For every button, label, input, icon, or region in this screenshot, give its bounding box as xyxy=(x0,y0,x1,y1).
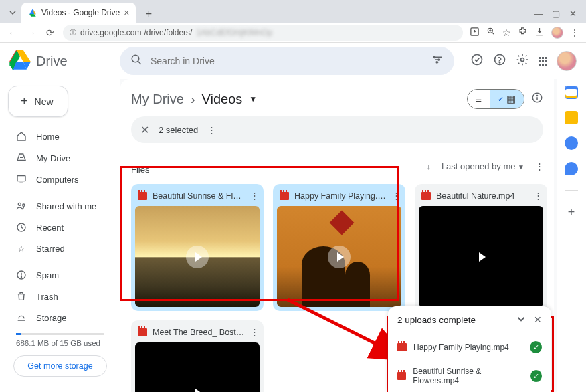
grid-view-button[interactable]: ✓ ▦ xyxy=(490,90,524,108)
sidebar-item-my-drive[interactable]: My Drive xyxy=(8,148,112,168)
bookmark-icon[interactable]: ☆ xyxy=(502,27,511,38)
search-icon xyxy=(130,54,142,68)
storage-icon xyxy=(16,312,27,323)
minimize-icon[interactable]: — xyxy=(534,9,543,19)
sidebar-item-trash[interactable]: Trash xyxy=(8,286,112,306)
tab-dropdown-icon[interactable] xyxy=(7,7,19,19)
window-controls: — ▢ ✕ xyxy=(534,9,582,23)
file-more-icon[interactable]: ⋮ xyxy=(392,191,400,201)
file-card[interactable]: Beautiful Sunrise & Flow…⋮ xyxy=(131,184,264,311)
svg-rect-17 xyxy=(17,176,25,181)
new-button[interactable]: + New xyxy=(8,86,68,117)
reload-icon[interactable]: ⟳ xyxy=(44,27,56,38)
close-panel-icon[interactable]: ✕ xyxy=(534,314,542,326)
upload-item[interactable]: Happy Family Playing.mp4 ✓ xyxy=(388,334,551,360)
sidebar-item-starred[interactable]: ☆Starred xyxy=(8,239,112,258)
folder-dropdown-icon[interactable]: ▼ xyxy=(249,94,257,104)
file-thumbnail xyxy=(135,342,260,392)
tasks-app-icon[interactable] xyxy=(565,136,578,150)
back-icon[interactable]: ← xyxy=(7,27,19,38)
file-more-icon[interactable]: ⋮ xyxy=(250,191,258,201)
video-file-icon xyxy=(397,343,407,351)
crumb-my-drive[interactable]: My Drive xyxy=(131,92,184,107)
file-more-icon[interactable]: ⋮ xyxy=(534,191,542,201)
sidebar: + New Home My Drive Computers Shared wit… xyxy=(0,79,120,392)
settings-icon[interactable] xyxy=(516,53,529,70)
svg-point-24 xyxy=(536,95,537,96)
address-bar[interactable]: ⓘ drive.google.com/drive/folders/ 1AbCdE… xyxy=(63,25,463,41)
drive-header: Drive xyxy=(0,43,586,79)
account-avatar[interactable] xyxy=(557,51,577,71)
sidebar-label: Computers xyxy=(36,175,79,185)
sidebar-item-storage[interactable]: Storage xyxy=(8,308,112,328)
url-folder-id: 1AbCdEfGhIjKlMnOp xyxy=(196,28,272,37)
drive-logo[interactable]: Drive xyxy=(9,50,113,72)
play-icon xyxy=(186,246,209,268)
add-app-icon[interactable]: + xyxy=(568,205,575,219)
my-drive-icon xyxy=(16,153,27,163)
sidebar-label: Recent xyxy=(36,223,64,233)
search-input[interactable] xyxy=(151,56,423,66)
forward-icon[interactable]: → xyxy=(25,27,37,38)
file-more-icon[interactable]: ⋮ xyxy=(250,327,258,337)
collapse-icon[interactable] xyxy=(516,314,526,326)
browser-titlebar: Videos - Google Drive × + — ▢ ✕ xyxy=(0,0,586,23)
file-name: Happy Family Playing.m… xyxy=(294,191,387,201)
svg-point-13 xyxy=(472,54,482,64)
upload-item[interactable]: Beautiful Sunrise & Flowers.mp4 ✓ xyxy=(388,360,551,392)
search-options-icon[interactable] xyxy=(431,54,444,68)
sidebar-item-home[interactable]: Home xyxy=(8,126,112,146)
browser-tab[interactable]: Videos - Google Drive × xyxy=(21,3,136,23)
help-icon[interactable] xyxy=(493,53,506,70)
new-button-label: New xyxy=(35,96,54,107)
sidebar-item-computers[interactable]: Computers xyxy=(8,169,112,189)
google-apps-icon[interactable] xyxy=(539,57,547,66)
side-panel: + xyxy=(557,79,586,392)
close-tab-icon[interactable]: × xyxy=(124,7,129,18)
extensions-icon[interactable] xyxy=(518,27,528,39)
get-storage-button[interactable]: Get more storage xyxy=(13,355,107,377)
close-window-icon[interactable]: ✕ xyxy=(569,9,577,19)
selection-more-icon[interactable]: ⋮ xyxy=(207,125,215,135)
sort-direction-icon[interactable]: ↓ xyxy=(426,161,431,171)
drive-logo-icon xyxy=(9,50,31,72)
sidebar-item-recent[interactable]: Recent xyxy=(8,217,112,237)
view-options-icon[interactable]: ⋮ xyxy=(535,161,543,171)
video-file-icon xyxy=(421,192,431,200)
computers-icon xyxy=(16,174,27,185)
starred-icon: ☆ xyxy=(16,243,27,254)
crumb-current[interactable]: Videos xyxy=(202,92,243,107)
sort-label[interactable]: Last opened by me ▼ xyxy=(442,161,524,171)
calendar-app-icon[interactable] xyxy=(565,86,578,99)
sidebar-item-spam[interactable]: Spam xyxy=(8,265,112,285)
keep-app-icon[interactable] xyxy=(565,111,578,124)
storage-text: 686.1 MB of 15 GB used xyxy=(8,339,112,354)
search-bar[interactable] xyxy=(120,47,454,75)
file-card[interactable]: Beautiful Nature.mp4⋮ xyxy=(415,184,547,311)
install-app-icon[interactable] xyxy=(470,27,480,39)
browser-menu-icon[interactable]: ⋮ xyxy=(570,27,579,38)
upload-panel: 2 uploads complete ✕ Happy Family Playin… xyxy=(388,306,551,392)
profile-avatar-icon[interactable] xyxy=(551,27,563,39)
files-label: Files xyxy=(131,165,149,175)
new-tab-button[interactable]: + xyxy=(140,5,157,23)
drive-favicon xyxy=(28,8,37,17)
sidebar-item-shared[interactable]: Shared with me xyxy=(8,196,112,216)
clear-selection-icon[interactable]: ✕ xyxy=(140,124,149,136)
success-check-icon: ✓ xyxy=(530,341,542,353)
site-info-icon[interactable]: ⓘ xyxy=(70,28,76,37)
ready-offline-icon[interactable] xyxy=(470,53,484,70)
play-icon xyxy=(328,246,351,268)
file-thumbnail xyxy=(419,206,543,307)
list-view-button[interactable]: ≡ xyxy=(468,90,490,108)
file-card[interactable]: Happy Family Playing.m…⋮ xyxy=(273,184,405,311)
downloads-icon[interactable] xyxy=(534,27,545,39)
browser-toolbar: ← → ⟳ ⓘ drive.google.com/drive/folders/ … xyxy=(0,23,586,43)
file-card[interactable]: Meet The Breed_ Boston…⋮ xyxy=(131,320,264,392)
info-icon[interactable] xyxy=(531,92,543,107)
zoom-icon[interactable] xyxy=(486,27,496,38)
trash-icon xyxy=(16,291,27,302)
maximize-icon[interactable]: ▢ xyxy=(552,9,560,19)
upload-title: 2 uploads complete xyxy=(397,315,476,325)
contacts-app-icon[interactable] xyxy=(565,162,578,175)
